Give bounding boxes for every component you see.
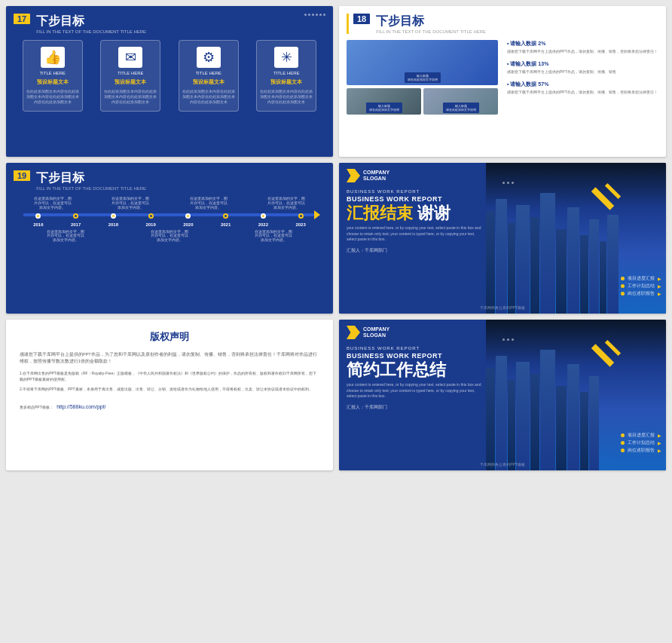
card-4-title: TITLE HERE [273,71,300,75]
slide-18-btn-3[interactable]: 输入标题请在此处添加文字说明 [443,103,479,113]
logo-line2: SLOGAN [363,176,389,182]
s22-rl-dot-3 [621,449,625,452]
slide-22-dots [502,338,514,341]
slide-19-topbar: 19 下步目标 FILL IN THE TEXT OF THE DOCUMENT… [14,170,325,191]
tl-dot-3 [111,213,116,219]
tl-dot-1 [35,213,41,219]
building-11 [600,241,606,314]
slide-17-card-4: ✳ TITLE HERE 预设标题文本 在此处添加图文本内容在此处添加图文本内容… [256,40,316,112]
bullet-2-title: • 请输入数据 13% [507,60,658,68]
slide-18-bullet-3: • 请输入数据 57% 感谢您下载千库网平台上提供的PPT作品，请勿复制、传播、… [507,81,658,95]
slide-18-topbar: 18 下步目标 FILL IN THE TEXT OF THE DOCUMENT… [347,14,658,34]
slide-17-topbar: 17 下步目标 FILL IN THE TEXT OF THE DOCUMENT… [14,14,325,34]
slide-20-title-cn: 汇报结束 谢谢 [347,204,482,222]
card-1-title: TITLE HERE [39,71,66,75]
s22-dp-1 [502,338,505,341]
card-4-body: 在此处添加图文本内容在此处添加图文本内容在此处添加图文本内容在此处添加图文本 [260,89,313,105]
tl-bottom-1: 在这里添加的文字，图片亦可以，在这里可以添加文字内容。 [47,230,84,243]
rl-arrow-3: ▶ [658,291,661,296]
building-12 [607,215,619,314]
dot1 [304,14,307,16]
bullet-3-text: 感谢您下载千库网平台上提供的PPT作品，请勿复制、传播、销售，否则将承担法律责任… [507,90,658,95]
slide-21-section1: 1.在千库网出售的PPT模板是免版税（RF：Royalty-Free）正版模板，… [20,370,319,382]
building-4 [516,205,530,314]
tl-top-row: 在这里添加的文字，图片亦可以，在这里可以添加文字内容。 在这里添加的文字，图片亦… [14,197,325,210]
card-4-main: 预设标题文本 [270,78,302,86]
dot5 [319,14,322,16]
email-icon: ✉ [118,47,142,68]
s22-rl-item-3: 岗位述职报告 ▶ [621,448,661,453]
slide-18-img-sm-1: 输入标题请在此处添加文字说明 [347,88,421,115]
slide-22-title-cn: 简约工作总结 [347,361,482,379]
slide-17-dots [304,14,325,16]
s22-rl-arrow-3: ▶ [658,448,661,453]
thumbs-up-icon: 👍 [41,47,65,68]
rl-dot-3 [621,292,625,295]
building-9 [580,235,588,314]
tl-year-4: 2019 [145,222,155,227]
s22-building-5 [530,374,539,470]
slide-17-card-3: ⚙ TITLE HERE 预设标题文本 在此处添加图文本内容在此处添加图文本内容… [179,40,239,112]
slide-22-footer: 千库网商务公系列PPT模板 [339,462,666,467]
s22-rl-arrow-1: ▶ [658,433,661,438]
slide-19-timeline: 在这里添加的文字，图片亦可以，在这里可以添加文字内容。 在这里添加的文字，图片亦… [14,197,325,243]
slide-20-logo: COMPANY SLOGAN [347,169,389,182]
slide-18-bullet-1: • 请输入数据 2% 感谢您下载千库网平台上提供的PPT作品，请勿复制、传播、销… [507,40,658,54]
tl-top-4: 在这里添加的文字，图片亦可以，在这里可以添加文字内容。 [267,197,305,210]
slide-18-content: 输入标题请在此处添加文字说明 输入标题请在此处添加文字说明 输入标题请在此处添加… [347,40,658,115]
bullet-3-title: • 请输入数据 57% [507,81,658,88]
slide-20-dots [502,182,514,184]
bullet-1-title: • 请输入数据 2% [507,40,658,47]
slide-18-btn-2[interactable]: 输入标题请在此处添加文字说明 [366,103,402,113]
s22-company-logo-icon [347,326,360,339]
tl-bottom-3: 在这里添加的文字，图片亦可以，在这里可以添加文字内容。 [255,230,292,243]
slide-18: 18 下步目标 FILL IN THE TEXT OF THE DOCUMENT… [339,6,666,157]
tl-dot-2 [73,213,78,219]
card-1-main: 预设标题文本 [37,78,69,86]
slide-17: 17 下步目标 FILL IN THE TEXT OF THE DOCUMENT… [6,6,333,157]
tl-year-6: 2021 [221,222,231,227]
building-8 [567,207,579,314]
slide-18-bullets: • 请输入数据 2% 感谢您下载千库网平台上提供的PPT作品，请勿复制、传播、销… [502,40,658,115]
slide-21-url[interactable]: http://588ku.com/ppt/ [57,404,105,409]
slide-20-content: BUSINESS WORK REPORT BUSINESS WORK REPOR… [347,189,482,254]
s22-building-2 [496,356,507,470]
slide-21: 版权声明 感谢您下载千库网平台上提供的PPT作品，为了您和千库网以及原创作者的利… [6,320,333,470]
tl-year-5: 2020 [183,222,193,227]
slide-17-title-cn: 下步目标 [36,14,146,29]
dot6 [323,14,325,16]
right-list-item-3: 岗位述职报告 ▶ [621,291,661,296]
s22-rl-label-3: 岗位述职报告 [628,448,655,453]
tl-year-2: 2017 [71,222,81,227]
slide-22-logo: COMPANY SLOGAN [347,326,389,339]
card-3-body: 在此处添加图文本内容在此处添加图文本内容在此处添加图文本内容在此处添加图文本 [182,89,235,105]
slide-19-title-area: 下步目标 FILL IN THE TEXT OF THE DOCUMENT TI… [36,170,146,191]
tl-bottom-2: 在这里添加的文字，图片亦可以，在这里可以添加文字内容。 [151,230,188,243]
slide-21-intro: 感谢您下载千库网平台上提供的PPT作品，为了您和千库网以及原创作者的利益，请勿复… [20,351,319,366]
slide-18-num: 18 [353,14,370,24]
tl-dots-row [20,213,319,219]
slide-20-desc: your content is entered here, or by copy… [347,225,482,243]
slide-17-num: 17 [14,14,30,24]
s22-building-8 [567,364,579,470]
dot3 [312,14,314,16]
tl-year-3: 2018 [108,222,118,227]
s22-building-1 [486,368,495,470]
slide-17-title-en: FILL IN THE TEXT OF THE DOCUMENT TITLE H… [36,29,146,34]
s22-rl-dot-1 [621,433,625,437]
s22-building-4 [516,362,530,470]
slides-grid: 17 下步目标 FILL IN THE TEXT OF THE DOCUMENT… [0,0,672,476]
bullet-2-text: 感谢您下载千库网平台上提供的PPT作品，请勿复制、传播、销售 [507,69,658,75]
card-3-title: TITLE HERE [195,71,221,75]
slide-18-btn-1[interactable]: 输入标题请在此处添加文字说明 [405,72,441,83]
slide-18-img-sm-2: 输入标题请在此处添加文字说明 [423,88,498,115]
slide-22-content: BUSINESS WORK REPORT BUSINESS WORK REPOR… [347,346,482,411]
tl-top-3: 在这里添加的文字，图片亦可以，在这里可以添加文字内容。 [190,197,228,210]
rl-dot-2 [621,284,625,288]
tl-dot-4 [148,213,154,219]
tl-line-container: 2016 2017 2018 2019 2020 2021 2022 2023 [20,213,319,227]
slide-22-right-list: 项目进度汇报 ▶ 工作计划总结 ▶ 岗位述职报告 ▶ [621,433,661,455]
slide-20-footer: 千库网商务公系列PPT模板 [339,305,666,310]
slide-18-title-en: FILL IN THE TEXT OF THE DOCUMENT TITLE H… [376,29,486,34]
rl-label-3: 岗位述职报告 [628,291,655,296]
